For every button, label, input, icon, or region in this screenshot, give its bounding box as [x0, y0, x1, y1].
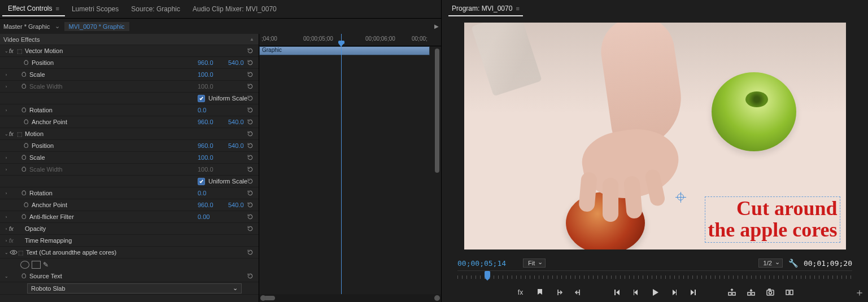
twirl-icon[interactable]: › [3, 72, 9, 77]
eye-icon[interactable] [9, 249, 18, 256]
resolution-select[interactable]: 1/2 [758, 259, 783, 268]
reset-icon[interactable] [246, 225, 254, 233]
lift-button[interactable] [726, 287, 738, 298]
value-x[interactable]: 960.0 [198, 142, 228, 149]
reset-icon[interactable] [246, 82, 254, 90]
uniform-scale-checkbox[interactable] [198, 178, 205, 185]
fx-toggle-button[interactable]: fx [515, 287, 526, 298]
twirl-icon[interactable]: ⌄ [3, 274, 9, 279]
comparison-view-button[interactable] [784, 287, 795, 298]
clip-name[interactable]: MVI_0070 * Graphic [64, 22, 129, 31]
step-back-button[interactable] [630, 287, 642, 298]
pen-mask-button[interactable]: ✎ [43, 261, 49, 269]
stopwatch-icon[interactable]: Ö [21, 107, 29, 113]
extract-button[interactable] [745, 287, 757, 298]
tab-source[interactable]: Source: Graphic [125, 2, 186, 16]
stopwatch-icon[interactable]: Ö [21, 273, 29, 279]
button-editor-icon[interactable]: ＋ [854, 286, 865, 299]
reset-icon[interactable] [246, 71, 254, 78]
twirl-icon[interactable]: › [3, 155, 9, 160]
effect-timeline[interactable]: ;04;00 00;00;05;00 00;00;06;00 00;00; Gr… [259, 34, 441, 302]
reset-icon[interactable] [246, 47, 254, 55]
twirl-icon[interactable]: ⌄ [3, 250, 9, 255]
mark-out-button[interactable] [573, 287, 584, 298]
twirl-icon[interactable]: › [3, 238, 9, 243]
free-transform-icon[interactable]: ⬚ [17, 48, 25, 54]
reset-icon[interactable] [246, 118, 254, 126]
reset-icon[interactable] [246, 201, 254, 209]
reset-icon[interactable] [246, 59, 254, 67]
uniform-scale-checkbox[interactable] [198, 95, 205, 102]
export-frame-button[interactable] [765, 287, 776, 298]
reset-icon[interactable] [246, 189, 254, 197]
fx-badge[interactable]: fx [9, 48, 17, 54]
ellipse-mask-button[interactable] [20, 261, 29, 269]
twirl-icon[interactable]: ⌄ [3, 132, 9, 137]
free-transform-icon[interactable]: ⬚ [17, 131, 25, 137]
master-label[interactable]: Master * Graphic [3, 23, 50, 30]
stopwatch-icon[interactable]: Ö [24, 119, 32, 125]
overlay-text[interactable]: Cut around the apple cores [708, 198, 837, 241]
reset-icon[interactable] [246, 142, 254, 150]
effect-text-layer[interactable]: ⌄ ⬚ Text (Cut aroundthe apple cores) [0, 247, 259, 259]
stopwatch-icon[interactable]: Ö [24, 202, 32, 208]
font-family-select[interactable]: Roboto Slab ⌄ [27, 283, 242, 294]
settings-icon[interactable]: 🔧 [788, 259, 798, 268]
value[interactable]: 100.0 [198, 71, 228, 78]
reset-icon[interactable] [246, 213, 254, 221]
tab-audio-mixer[interactable]: Audio Clip Mixer: MVI_0070 [187, 2, 282, 16]
twirl-icon[interactable]: ⌄ [3, 49, 9, 54]
twirl-icon[interactable]: › [3, 215, 9, 220]
tab-effect-controls[interactable]: Effect Controls ≡ [2, 2, 65, 16]
reset-icon[interactable] [246, 165, 254, 173]
value-x[interactable]: 960.0 [198, 119, 228, 125]
twirl-icon[interactable]: › [3, 226, 9, 231]
play-button[interactable] [649, 287, 661, 298]
reset-icon[interactable] [246, 248, 254, 256]
value-x[interactable]: 960.0 [198, 202, 228, 208]
panel-menu-icon[interactable]: ≡ [516, 5, 519, 12]
rect-mask-button[interactable] [32, 261, 41, 269]
free-transform-icon[interactable]: ⬚ [18, 250, 26, 256]
effect-motion[interactable]: ⌄ fx ⬚ Motion [0, 128, 259, 140]
stopwatch-icon[interactable]: Ö [21, 190, 29, 196]
twirl-icon[interactable]: › [3, 108, 9, 113]
reset-icon[interactable] [246, 130, 254, 138]
value-x[interactable]: 960.0 [198, 59, 228, 66]
fx-badge[interactable]: fx [9, 131, 17, 137]
step-forward-button[interactable] [669, 287, 680, 298]
effect-opacity[interactable]: › fx Opacity [0, 223, 259, 235]
timeline-clip-graphic[interactable]: Graphic [259, 46, 430, 55]
stopwatch-icon[interactable]: Ö [21, 154, 29, 161]
stopwatch-icon[interactable]: Ö [24, 59, 32, 66]
effect-time-remapping[interactable]: › fx Time Remapping [0, 235, 259, 247]
stopwatch-icon[interactable]: Ö [21, 71, 29, 78]
twirl-icon[interactable]: › [3, 191, 9, 196]
stopwatch-icon[interactable]: Ö [21, 213, 29, 220]
vertical-scrollbar[interactable] [434, 46, 440, 293]
timeline-ruler[interactable]: ;04;00 00;00;05;00 00;00;06;00 00;00; [259, 34, 441, 46]
chevron-down-icon[interactable]: ⌄ [53, 23, 62, 30]
playhead-marker[interactable] [485, 271, 490, 278]
go-to-in-button[interactable] [611, 287, 622, 298]
tab-program[interactable]: Program: MVI_0070 ≡ [448, 2, 523, 16]
reset-icon[interactable] [246, 106, 254, 114]
horizontal-scrollbar[interactable] [259, 294, 441, 302]
value[interactable]: 0.00 [198, 213, 228, 220]
go-to-out-button[interactable] [688, 287, 699, 298]
tab-lumetri-scopes[interactable]: Lumetri Scopes [66, 2, 124, 16]
play-icon[interactable]: ▶ [434, 23, 441, 29]
stopwatch-icon[interactable]: Ö [24, 142, 32, 149]
reset-icon[interactable] [246, 177, 254, 185]
zoom-select[interactable]: Fit [523, 259, 546, 268]
value[interactable]: 100.0 [198, 154, 228, 161]
playhead[interactable] [341, 34, 342, 302]
anchor-point-icon[interactable] [677, 194, 684, 200]
panel-menu-icon[interactable]: ≡ [55, 5, 59, 12]
program-monitor[interactable]: Cut around the apple cores [464, 23, 846, 250]
add-marker-button[interactable] [534, 287, 546, 298]
mark-in-button[interactable] [553, 287, 565, 298]
program-scrub-bar[interactable] [457, 270, 852, 283]
value[interactable]: 0.0 [198, 190, 228, 196]
effect-vector-motion[interactable]: ⌄ fx ⬚ Vector Motion [0, 45, 259, 57]
